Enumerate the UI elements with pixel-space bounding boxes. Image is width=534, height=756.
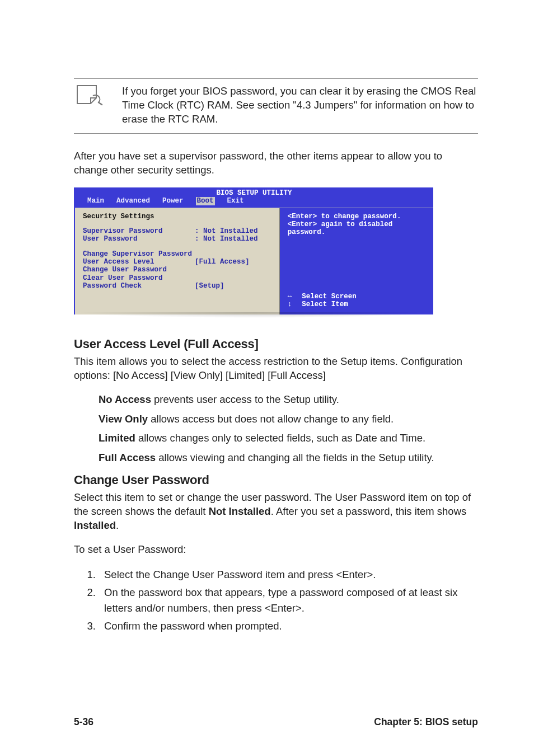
bios-ual-value: [Full Access] (195, 258, 250, 266)
bios-pwcheck-value: [Setup] (195, 282, 224, 290)
bios-help-text: <Enter> to change password. <Enter> agai… (288, 213, 425, 237)
cup-body-mid: . After you set a password, this item sh… (271, 505, 467, 517)
cup-toset: To set a User Password: (74, 543, 478, 557)
bios-menu-exit: Exit (227, 197, 244, 205)
bios-left-panel: Security Settings Supervisor Password : … (75, 208, 280, 314)
cup-installed: Installed (74, 519, 116, 531)
footer-page-number: 5-36 (74, 716, 93, 728)
ual-body: This item allows you to select the acces… (74, 355, 478, 383)
cup-step-3: Confirm the password when prompted. (99, 618, 478, 634)
footer-chapter: Chapter 5: BIOS setup (374, 716, 478, 728)
bios-menu-advanced: Advanced (116, 197, 150, 205)
bios-user-label: User Password (83, 235, 195, 243)
bios-menu-power: Power (162, 197, 184, 205)
heading-user-access-level: User Access Level (Full Access] (74, 337, 478, 351)
note-text: If you forget your BIOS password, you ca… (122, 84, 478, 126)
opt-full-access-text: allows viewing and changing all the fiel… (156, 452, 434, 463)
opt-full-access-bold: Full Access (99, 452, 156, 463)
bios-nav: ↔Select Screen ↕Select Item (288, 293, 425, 309)
opt-no-access-text: prevents user access to the Setup utilit… (151, 393, 339, 405)
bios-nav-select-screen: Select Screen (302, 293, 357, 300)
opt-limited-text: allows changes only to selected fields, … (135, 432, 425, 444)
opt-full-access: Full Access allows viewing and changing … (99, 451, 478, 465)
cup-not-installed: Not Installed (209, 505, 271, 517)
cup-body: Select this item to set or change the us… (74, 491, 478, 533)
bios-menu-boot: Boot (196, 197, 215, 205)
bios-change-supervisor: Change Supervisor Password (83, 250, 271, 258)
cup-steps: Select the Change User Password item and… (74, 567, 478, 633)
left-right-arrow-icon: ↔ (288, 293, 292, 300)
opt-no-access: No Access prevents user access to the Se… (99, 393, 478, 407)
page-footer: 5-36 Chapter 5: BIOS setup (74, 716, 478, 728)
bios-menu-main: Main (87, 197, 104, 205)
opt-view-only: View Only allows access but does not all… (99, 412, 478, 426)
note-box: If you forget your BIOS password, you ca… (74, 78, 478, 134)
cup-step-2: On the password box that appears, type a… (99, 585, 478, 616)
bios-title: BIOS SETUP UTILITY (75, 187, 433, 197)
opt-no-access-bold: No Access (99, 393, 151, 405)
heading-change-user-password: Change User Password (74, 473, 478, 487)
opt-limited: Limited allows changes only to selected … (99, 431, 478, 445)
opt-limited-bold: Limited (99, 432, 135, 444)
cup-body-post: . (116, 519, 119, 531)
bios-nav-select-item: Select Item (302, 300, 348, 308)
bios-menu: Main Advanced Power Boot Exit (75, 197, 433, 207)
paper-note-icon (74, 83, 105, 110)
bios-ual-label: User Access Level (83, 258, 195, 266)
cup-step-1: Select the Change User Password item and… (99, 567, 478, 583)
opt-view-only-text: allows access but does not allow change … (148, 413, 394, 425)
bios-change-user: Change User Password (83, 266, 271, 274)
bios-sup-label: Supervisor Password (83, 227, 195, 235)
opt-view-only-bold: View Only (99, 413, 148, 425)
bios-pwcheck-label: Password Check (83, 282, 195, 290)
bios-user-value: : Not Installed (195, 235, 258, 243)
intro-paragraph: After you have set a supervisor password… (74, 149, 478, 177)
bios-sup-value: : Not Installed (195, 227, 258, 235)
bios-screenshot: BIOS SETUP UTILITY Main Advanced Power B… (74, 187, 433, 314)
bios-clear-user: Clear User Password (83, 274, 271, 282)
bios-right-panel: <Enter> to change password. <Enter> agai… (280, 208, 433, 314)
up-down-arrow-icon: ↕ (288, 300, 292, 308)
bios-section-heading: Security Settings (83, 213, 271, 220)
